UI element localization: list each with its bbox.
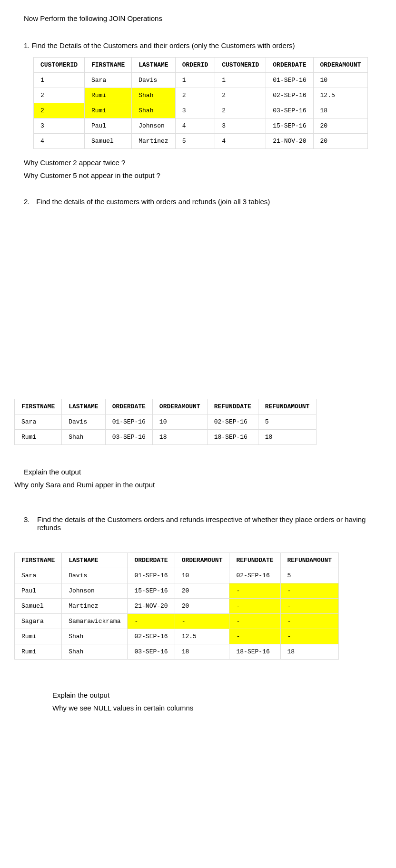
cell: 15-SEP-16: [128, 583, 175, 599]
cell: -: [229, 614, 280, 629]
cell: 5: [258, 414, 317, 430]
q2-note1: Explain the output: [24, 468, 372, 476]
cell: 21-NOV-20: [266, 134, 313, 149]
q2-note2: Why only Sara and Rumi apper in the outp…: [14, 481, 372, 489]
table-row: 2 Rumi Shah 2 2 02-SEP-16 12.5: [34, 88, 368, 103]
t3-h0: FIRSTNAME: [15, 553, 62, 568]
cell: 03-SEP-16: [105, 430, 152, 445]
cell: 02-SEP-16: [207, 414, 258, 430]
cell: -: [175, 614, 229, 629]
cell: 5: [280, 568, 339, 583]
cell: 21-NOV-20: [128, 599, 175, 614]
table-row: 2 Rumi Shah 3 2 03-SEP-16 18: [34, 103, 368, 118]
cell: Rumi: [15, 629, 62, 644]
cell: 3: [34, 118, 85, 134]
cell: 01-SEP-16: [128, 568, 175, 583]
cell: 1: [175, 73, 215, 88]
cell: 02-SEP-16: [128, 629, 175, 644]
cell: 10: [313, 73, 368, 88]
cell: 2: [34, 103, 85, 118]
table-row: 4 Samuel Martinez 5 4 21-NOV-20 20: [34, 134, 368, 149]
cell: Samarawickrama: [62, 614, 128, 629]
t3-h1: LASTNAME: [62, 553, 128, 568]
cell: 2: [215, 103, 266, 118]
table-row: Sagara Samarawickrama - - - -: [15, 614, 339, 629]
cell: Shah: [62, 629, 128, 644]
cell: -: [128, 614, 175, 629]
t2-h3: ORDERAMOUNT: [152, 399, 207, 414]
cell: 4: [175, 118, 215, 134]
cell: 18: [280, 644, 339, 660]
cell: -: [280, 583, 339, 599]
table-row: Paul Johnson 15-SEP-16 20 - -: [15, 583, 339, 599]
q2-text: Find the details of the customers with o…: [36, 197, 270, 206]
cell: 3: [215, 118, 266, 134]
cell: Davis: [62, 568, 128, 583]
cell: 20: [313, 134, 368, 149]
t3-h3: ORDERAMOUNT: [175, 553, 229, 568]
cell: 18: [258, 430, 317, 445]
t2-h0: FIRSTNAME: [15, 399, 62, 414]
cell: Shah: [62, 644, 128, 660]
cell: -: [280, 629, 339, 644]
cell: Sara: [15, 414, 62, 430]
t2-h5: REFUNDAMOUNT: [258, 399, 317, 414]
cell: Rumi: [15, 644, 62, 660]
cell: 01-SEP-16: [105, 414, 152, 430]
q2-num: 2.: [24, 197, 34, 206]
cell: -: [229, 629, 280, 644]
t1-h3: ORDERID: [175, 58, 215, 73]
cell: 12.5: [313, 88, 368, 103]
t2-h4: REFUNDDATE: [207, 399, 258, 414]
cell: 10: [152, 414, 207, 430]
table-row: 1 Sara Davis 1 1 01-SEP-16 10: [34, 73, 368, 88]
t1-h1: FIRSTNAME: [85, 58, 132, 73]
q3-text: Find the details of the Customers orders…: [37, 515, 372, 532]
cell: Shah: [132, 88, 175, 103]
cell: Rumi: [85, 88, 132, 103]
t1-h6: ORDERAMOUNT: [313, 58, 368, 73]
cell: -: [280, 599, 339, 614]
cell: Sagara: [15, 614, 62, 629]
cell: 20: [175, 599, 229, 614]
t2-h1: LASTNAME: [62, 399, 105, 414]
cell: 4: [215, 134, 266, 149]
q3-note1: Explain the output: [52, 691, 372, 699]
cell: Martinez: [62, 599, 128, 614]
cell: Johnson: [62, 583, 128, 599]
q1-note1: Why Customer 2 appear twice ?: [24, 158, 372, 167]
cell: 15-SEP-16: [266, 118, 313, 134]
cell: Shah: [62, 430, 105, 445]
question-2: 2. Find the details of the customers wit…: [24, 197, 372, 206]
cell: Martinez: [132, 134, 175, 149]
cell: 3: [175, 103, 215, 118]
cell: -: [229, 599, 280, 614]
q1-num: 1.: [24, 41, 30, 49]
cell: 18-SEP-16: [207, 430, 258, 445]
cell: 18-SEP-16: [229, 644, 280, 660]
cell: 02-SEP-16: [229, 568, 280, 583]
cell: 2: [34, 88, 85, 103]
cell: -: [280, 614, 339, 629]
cell: Paul: [85, 118, 132, 134]
cell: 18: [313, 103, 368, 118]
cell: Davis: [62, 414, 105, 430]
t1-h2: LASTNAME: [132, 58, 175, 73]
cell: Sara: [15, 568, 62, 583]
cell: Rumi: [15, 430, 62, 445]
question-1: 1. Find the Details of the Customers and…: [24, 41, 372, 49]
q3-num: 3.: [24, 515, 37, 532]
cell: 03-SEP-16: [266, 103, 313, 118]
cell: 2: [215, 88, 266, 103]
cell: 18: [152, 430, 207, 445]
table-row: Sara Davis 01-SEP-16 10 02-SEP-16 5: [15, 568, 339, 583]
cell: Shah: [132, 103, 175, 118]
t2-h2: ORDERDATE: [105, 399, 152, 414]
q1-note2: Why Customer 5 not appear in the output …: [24, 171, 372, 179]
t1-h4: CUSTOMERID: [215, 58, 266, 73]
cell: 18: [175, 644, 229, 660]
cell: Samuel: [15, 599, 62, 614]
cell: 1: [215, 73, 266, 88]
cell: Rumi: [85, 103, 132, 118]
cell: 20: [175, 583, 229, 599]
